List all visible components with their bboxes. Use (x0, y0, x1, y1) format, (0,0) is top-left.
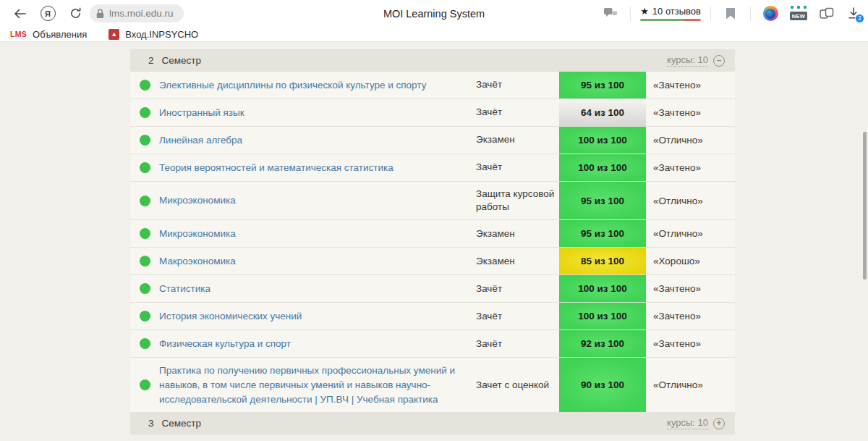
semester-title: Семестр (162, 418, 202, 429)
course-type: Зачёт (476, 99, 559, 126)
lms-favicon: LMS (10, 30, 27, 38)
course-score-badge: 95 из 100 (559, 220, 646, 247)
table-row: История экономических учений Зачёт 100 и… (130, 303, 735, 330)
course-type: Зачёт (476, 303, 559, 329)
semester-header: 2 Семестр курсы: 10 – (130, 49, 735, 72)
course-link[interactable]: История экономических учений (159, 309, 302, 324)
refresh-icon (69, 7, 82, 20)
table-row: Макроэкономика Экзамен 85 из 100 «Хорошо… (130, 248, 735, 275)
course-grade: «Зачтено» (646, 154, 735, 181)
semester-title: Семестр (162, 55, 202, 66)
course-type: Зачёт (476, 330, 559, 357)
course-link[interactable]: Иностранный язык (159, 106, 244, 120)
status-dot-icon (140, 379, 150, 390)
status-dot-icon (140, 135, 150, 146)
course-grade: «Зачтено» (646, 275, 735, 302)
toolbar-divider (750, 7, 751, 21)
course-link[interactable]: Практика по получению первичных професси… (159, 364, 466, 406)
yandex-home-button[interactable]: Я (38, 4, 58, 24)
status-dot-icon (140, 80, 150, 91)
semester-number: 2 (148, 55, 154, 66)
course-score-badge: 100 из 100 (559, 275, 646, 302)
status-dot-icon (140, 256, 150, 266)
course-name-cell: Элективные дисциплины по физической куль… (159, 72, 476, 98)
collections-button[interactable] (817, 4, 837, 24)
status-dot-icon (140, 228, 150, 239)
semester-expand-control[interactable]: курсы: 10 + (667, 417, 725, 429)
refresh-button[interactable] (65, 4, 85, 24)
bookmark-label: Объявления (33, 29, 87, 40)
course-grade: «Отлично» (646, 182, 735, 219)
course-link[interactable]: Микроэкономика (159, 227, 236, 241)
grades-table: 2 Семестр курсы: 10 – Элективные дисципл… (130, 49, 735, 434)
course-score-badge: 95 из 100 (559, 182, 646, 219)
downloads-button[interactable]: 2 (846, 7, 861, 21)
table-row: Линейная алгебра Экзамен 100 из 100 «Отл… (130, 127, 735, 154)
course-link[interactable]: Статистика (159, 282, 210, 296)
collapse-minus-icon[interactable]: – (713, 55, 725, 67)
table-row: Элективные дисциплины по физической куль… (130, 72, 735, 99)
table-row: Микроэкономика Экзамен 95 из 100 «Отличн… (130, 220, 735, 248)
course-score-badge: 100 из 100 (559, 154, 646, 181)
table-row: Иностранный язык Зачёт 64 из 100 «Зачтен… (130, 99, 735, 127)
expand-plus-icon[interactable]: + (713, 418, 725, 429)
status-cell (130, 248, 159, 274)
status-cell (130, 154, 159, 181)
course-type: Экзамен (476, 248, 559, 274)
address-bar[interactable]: lms.moi.edu.ru (90, 4, 184, 22)
table-row: Практика по получению первичных професси… (130, 358, 735, 412)
course-link[interactable]: Микроэкономика (159, 193, 236, 208)
vertical-scrollbar-thumb[interactable] (863, 132, 867, 280)
table-row: Статистика Зачёт 100 из 100 «Зачтено» (130, 275, 735, 303)
course-score-badge: 90 из 100 (559, 358, 646, 412)
course-type: Экзамен (476, 127, 559, 154)
course-link[interactable]: Макроэкономика (159, 254, 236, 269)
course-name-cell: История экономических учений (159, 303, 476, 329)
browser-toolbar: Я lms.moi.edu.ru MOI Learning System ★ 1 (0, 0, 868, 27)
site-reviews-button[interactable]: ★ 10 отзывов (640, 6, 701, 21)
course-score-badge: 100 из 100 (559, 127, 646, 154)
course-grade: «Зачтено» (646, 99, 735, 126)
toolbar-divider (630, 7, 631, 21)
reviews-count-label: 10 отзывов (652, 6, 701, 17)
bookmark-label: Вход.INPSYCHO (125, 29, 198, 40)
course-name-cell: Микроэкономика (159, 220, 476, 247)
yandex-logo-icon: Я (41, 6, 56, 21)
courses-count-link[interactable]: курсы: 10 (667, 54, 708, 67)
bookmark-item-announcements[interactable]: LMS Объявления (10, 29, 87, 40)
status-cell (130, 330, 159, 357)
courses-count-link[interactable]: курсы: 10 (667, 417, 708, 429)
course-type: Защита курсовой работы (476, 182, 559, 219)
course-grade: «Зачтено» (646, 303, 735, 329)
course-score-badge: 64 из 100 (559, 99, 646, 126)
course-type: Зачёт (476, 72, 559, 98)
extension-ball-core (765, 9, 775, 19)
table-row: Физическая культура и спорт Зачёт 92 из … (130, 330, 735, 358)
status-dot-icon (140, 196, 150, 206)
status-cell (130, 182, 159, 219)
new-badge: NEW (790, 12, 807, 20)
back-button[interactable] (10, 4, 30, 24)
status-dot-icon (140, 311, 150, 322)
status-cell (130, 275, 159, 302)
protect-button[interactable] (600, 4, 621, 24)
course-link[interactable]: Теория вероятностей и математическая ста… (159, 161, 393, 175)
course-score-badge: 92 из 100 (559, 330, 646, 357)
bookmark-button[interactable] (720, 4, 741, 24)
lms-page: 2 Семестр курсы: 10 – Элективные дисципл… (0, 42, 868, 441)
bookmarks-bar: LMS Объявления ▲ Вход.INPSYCHO (0, 27, 868, 42)
extension-new-lights (791, 6, 807, 9)
course-link[interactable]: Элективные дисциплины по физической куль… (159, 78, 426, 93)
rating-bar (640, 19, 701, 21)
bookmark-item-inpsycho[interactable]: ▲ Вход.INPSYCHO (109, 29, 198, 40)
course-type: Экзамен (476, 220, 559, 247)
star-icon: ★ (640, 6, 649, 17)
extension-ball-icon (763, 6, 778, 21)
course-link[interactable]: Физическая культура и спорт (159, 337, 291, 351)
course-link[interactable]: Линейная алгебра (159, 133, 242, 148)
extension-new-button[interactable]: NEW (790, 7, 807, 20)
extension-ball-button[interactable] (760, 4, 780, 24)
course-name-cell: Теория вероятностей и математическая ста… (159, 154, 476, 181)
semester-collapse-control[interactable]: курсы: 10 – (667, 54, 725, 67)
status-dot-icon (140, 162, 150, 173)
